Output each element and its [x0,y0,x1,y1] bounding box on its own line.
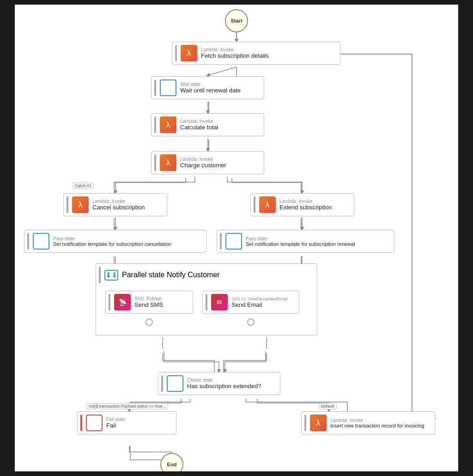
calculate-bar [154,116,156,133]
choice-icon: ⟨⟩ [167,375,183,392]
insert-bar [304,415,306,431]
choice-name: Has subscription extended? [187,383,261,390]
charge-node[interactable]: λ Lambda: Invoke Charge customer [151,151,264,174]
end-label: End [167,462,177,467]
choice-bar [161,375,163,392]
charge-type: Lambda: Invoke [180,157,226,162]
extend-node[interactable]: λ Lambda: Invoke Extend subscription [250,193,354,216]
sms-name: Send SMS [134,301,163,308]
charge-bar [154,154,156,171]
end-node: End [160,453,183,471]
cancel-bar [67,196,68,213]
cancel-name: Cancel subscription [92,204,145,211]
parallel-type: Parallel state [122,271,165,279]
fail-icon: ✕ [86,415,103,431]
calculate-name: Calculate total [180,124,218,131]
charge-name: Charge customer [180,162,226,169]
calculate-node[interactable]: λ Lambda: Invoke Calculate total [151,113,264,136]
insert-node[interactable]: λ Lambda: Invoke Insert new transaction … [301,411,435,434]
svg-line-10 [208,67,236,75]
pass-cancel-node[interactable]: ⇩ Pass state Set notification template f… [24,230,206,253]
fail-bar [80,415,82,431]
sms-type: SNS: Publish [134,296,163,301]
cancel-icon: λ [72,196,89,213]
sms-end-circle [146,318,153,326]
parallel-bar [99,267,101,283]
wait-name: Wait until renewal date [180,87,241,94]
insert-icon: λ [310,415,327,431]
pass-cancel-bar [27,233,29,250]
fetch-bar [175,45,177,61]
not-condition-tag: not($.transaction.Payload.status == true… [86,403,168,409]
pass-extend-name: Set notification template for subscripti… [246,241,355,247]
charge-icon: λ [160,154,176,171]
insert-name: Insert new transaction record for invoic… [330,423,424,428]
pass-extend-bar [220,233,222,250]
sms-bar [109,294,110,311]
pass-cancel-icon: ⇩ [33,233,49,250]
extend-bar [254,196,255,213]
extend-type: Lambda: Invoke [279,199,332,204]
pass-extend-icon: ⇩ [225,233,242,250]
email-node[interactable]: ✉ SES V1: SendTemplatedEmail Send Email [202,291,299,326]
wait-bar [154,79,156,96]
email-type: SES V1: SendTemplatedEmail [231,297,288,301]
parallel-icon: ⬇⬇ [104,270,118,281]
parallel-header[interactable]: ⬇⬇ Parallel state Notify Customer [96,264,317,286]
extend-icon: λ [259,196,276,213]
fetch-node[interactable]: λ Lambda: Invoke Fetch subscription deta… [172,42,340,65]
fetch-name: Fetch subscription details [201,52,269,59]
fail-name: Fail [106,422,125,429]
choice-node[interactable]: ⟨⟩ Choice state Has subscription extende… [158,372,280,395]
email-bar [206,294,207,311]
pass-cancel-name: Set notification template for subscripti… [53,241,171,247]
cancel-node[interactable]: λ Lambda: Invoke Cancel subscription [63,193,167,216]
choice-type: Choice state [187,378,261,383]
sms-icon: 📡 [114,294,131,311]
insert-type: Lambda: Invoke [330,418,424,423]
wait-icon: ⏱ [160,79,176,96]
default-tag: Default [319,403,337,409]
end-circle: End [160,453,183,471]
start-circle: Start [225,9,248,32]
wait-node[interactable]: ⏱ Wait state Wait until renewal date [151,76,264,99]
parallel-container: ⬇⬇ Parallel state Notify Customer 📡 SNS:… [96,263,317,336]
email-name: Send Email [231,301,288,308]
wait-type: Wait state [180,82,241,87]
extend-name: Extend subscription [279,204,332,211]
pass-cancel-type: Pass state [53,236,171,241]
start-node: Start [225,9,248,32]
catch-tag: Catch #1 [73,183,94,189]
cancel-type: Lambda: Invoke [92,199,145,204]
pass-extend-node[interactable]: ⇩ Pass state Set notification template f… [217,230,394,253]
workflow-canvas: Start λ Lambda: Invoke Fetch subscriptio… [15,5,458,471]
pass-extend-type: Pass state [246,236,355,241]
calculate-type: Lambda: Invoke [180,119,218,124]
calculate-icon: λ [160,116,176,133]
start-label: Start [230,18,242,24]
fail-type: Fail state [106,417,125,422]
sms-node[interactable]: 📡 SNS: Publish Send SMS [105,291,193,326]
parallel-name: Notify Customer [167,271,220,279]
fetch-icon: λ [181,45,197,61]
fetch-type: Lambda: Invoke [201,47,269,52]
email-icon: ✉ [211,294,228,311]
email-end-circle [247,318,255,326]
fail-node[interactable]: ✕ Fail state Fail [77,411,176,434]
